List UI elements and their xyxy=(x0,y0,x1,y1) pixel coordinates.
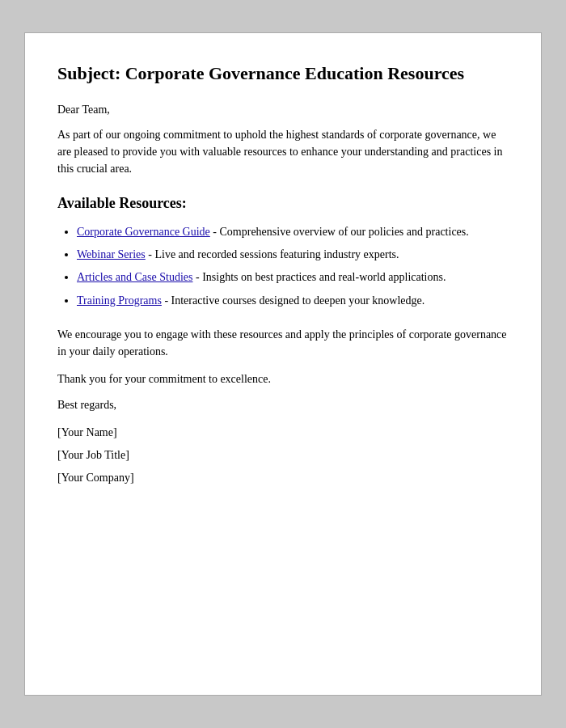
resources-list: Corporate Governance Guide - Comprehensi… xyxy=(77,223,509,311)
closing-text: Best regards, xyxy=(57,399,509,412)
signature-name: [Your Name] xyxy=(57,426,509,439)
greeting: Dear Team, xyxy=(57,104,509,116)
training-programs-link[interactable]: Training Programs xyxy=(77,294,162,307)
list-item: Corporate Governance Guide - Comprehensi… xyxy=(77,223,509,241)
email-container: Subject: Corporate Governance Education … xyxy=(24,32,542,696)
resources-heading: Available Resources: xyxy=(57,195,509,212)
encourage-paragraph: We encourage you to engage with these re… xyxy=(57,326,509,360)
list-item: Training Programs - Interactive courses … xyxy=(77,292,509,310)
subject-line: Subject: Corporate Governance Education … xyxy=(57,62,509,86)
resource-description-3: - Insights on best practices and real-wo… xyxy=(192,271,446,283)
resource-description-4: - Interactive courses designed to deepen… xyxy=(162,294,424,307)
signature-title: [Your Job Title] xyxy=(57,449,509,462)
intro-paragraph: As part of our ongoing commitment to uph… xyxy=(57,126,509,177)
list-item: Articles and Case Studies - Insights on … xyxy=(77,269,509,286)
articles-case-studies-link[interactable]: Articles and Case Studies xyxy=(77,271,192,283)
list-item: Webinar Series - Live and recorded sessi… xyxy=(77,246,509,264)
corporate-governance-guide-link[interactable]: Corporate Governance Guide xyxy=(77,226,210,238)
signature-company: [Your Company] xyxy=(57,472,509,485)
thank-you-text: Thank you for your commitment to excelle… xyxy=(57,373,509,386)
resource-description-1: - Comprehensive overview of our policies… xyxy=(210,226,469,238)
webinar-series-link[interactable]: Webinar Series xyxy=(77,248,146,260)
resource-description-2: - Live and recorded sessions featuring i… xyxy=(146,248,399,260)
